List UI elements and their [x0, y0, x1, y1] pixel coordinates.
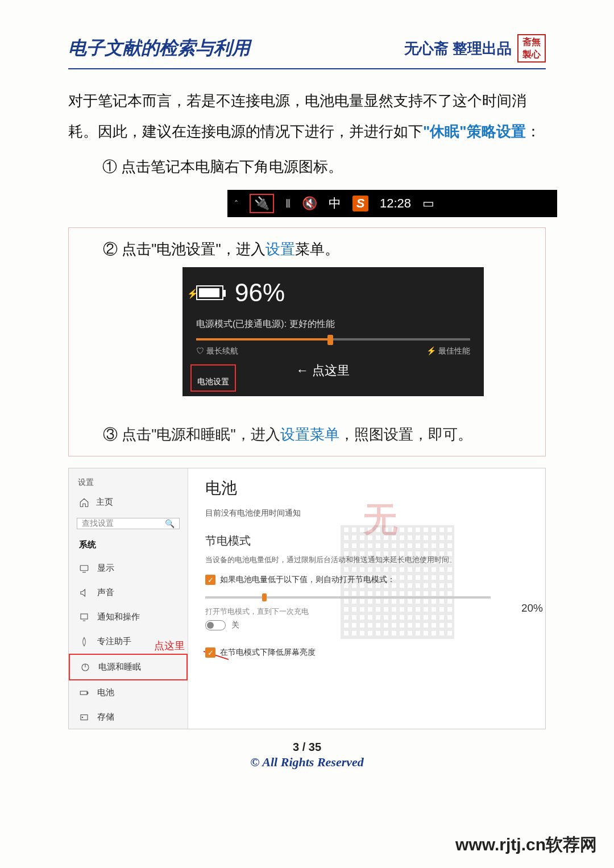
- sidebar-item-notifications[interactable]: 通知和操作: [69, 605, 188, 629]
- sidebar-item-home[interactable]: 主页: [69, 490, 188, 514]
- notification-icon: [79, 612, 89, 622]
- document-header: 电子文献的检索与利用 无心斋 整理出品 斋無 製心: [68, 34, 546, 69]
- threshold-slider[interactable]: [205, 596, 491, 599]
- sidebar-item-battery[interactable]: 电池: [69, 680, 188, 705]
- copyright-line: © All Rights Reserved: [68, 755, 546, 770]
- slider-left-label: ♡ 最长续航: [196, 346, 238, 356]
- power-mode-slider[interactable]: [196, 338, 470, 340]
- checkbox-checked-icon[interactable]: ✓: [205, 575, 215, 585]
- sidebar-group-system: 系统: [69, 537, 188, 553]
- storage-icon: [79, 712, 89, 722]
- slider-thumb[interactable]: [327, 335, 333, 345]
- svg-rect-0: [80, 565, 88, 570]
- wifi-icon: ⦀: [285, 196, 291, 211]
- step-1: ① 点击笔记本电脑右下角电源图标。: [102, 152, 546, 181]
- step-2: ② 点击"电池设置"，进入设置菜单。: [103, 239, 528, 259]
- focus-icon: [79, 637, 89, 647]
- lightning-icon: ⚡: [426, 346, 436, 355]
- doc-title: 电子文献的检索与利用: [68, 36, 250, 61]
- svg-rect-4: [87, 692, 88, 693]
- step-3: ③ 点击"电源和睡眠"，进入设置菜单，照图设置，即可。: [103, 425, 528, 445]
- settings-sidebar: 设置 主页 查找设置 🔍 系统 显示 声音 通知和操作: [69, 468, 188, 729]
- settings-window-title: 设置: [69, 475, 188, 490]
- doc-author: 无心斋 整理出品: [404, 39, 512, 59]
- power-icon: [80, 662, 90, 672]
- battery-flyout-screenshot: ⚡ 96% 电源模式(已接通电源): 更好的性能 ♡ 最长续航 ⚡ 最佳性能 电…: [182, 267, 484, 396]
- mute-icon: 🔇: [302, 196, 317, 211]
- sidebar-item-storage[interactable]: 存储: [69, 705, 188, 729]
- svg-rect-1: [81, 614, 88, 619]
- battery-tray-icon[interactable]: 🔌: [250, 194, 274, 213]
- figure-box-1: ② 点击"电池设置"，进入设置菜单。 ⚡ 96% 电源模式(已接通电源): 更好…: [68, 227, 546, 456]
- sound-icon: [79, 588, 89, 598]
- site-watermark: www.rjtj.cn软荐网: [455, 833, 597, 857]
- ime-icon: 中: [329, 195, 341, 212]
- toggle-off-icon[interactable]: [205, 620, 226, 630]
- battery-notice-text: 目前没有电池使用时间通知: [205, 508, 529, 518]
- taskbar-screenshot: ˄ 🔌 ⦀ 🔇 中 S 12:28 ▭: [227, 190, 557, 217]
- click-here-red-annotation: 点这里: [154, 639, 185, 653]
- qr-watermark: [341, 525, 454, 639]
- intro-paragraph: 对于笔记本而言，若是不连接电源，电池电量显然支持不了这个时间消耗。因此，建议在连…: [68, 85, 546, 147]
- power-mode-label: 电源模式(已接通电源): 更好的性能: [196, 318, 470, 330]
- settings-search-input[interactable]: 查找设置 🔍: [77, 518, 180, 529]
- click-here-annotation: ← 点这里: [296, 362, 350, 379]
- slider-right-label: ⚡ 最佳性能: [426, 346, 470, 356]
- plug-icon: 🔌: [254, 196, 269, 210]
- action-center-icon: ▭: [422, 196, 434, 211]
- chevron-up-icon: ˄: [234, 199, 238, 208]
- svg-rect-3: [80, 691, 87, 695]
- page-footer: 3 / 35 © All Rights Reserved: [68, 741, 546, 770]
- seal-stamp: 斋無 製心: [517, 34, 546, 63]
- home-icon: [79, 497, 89, 508]
- settings-content: 无 电池 目前没有电池使用时间通知 节电模式 当设备的电池电量低时，通过限制后台…: [188, 468, 545, 729]
- doc-subtitle: 无心斋 整理出品 斋無 製心: [404, 34, 546, 63]
- taskbar-clock: 12:28: [380, 196, 411, 211]
- sogou-icon: S: [352, 196, 368, 211]
- settings-window-screenshot: 设置 主页 查找设置 🔍 系统 显示 声音 通知和操作: [68, 468, 546, 729]
- page-number: 3 / 35: [68, 741, 546, 754]
- checkbox-checked-icon[interactable]: ✓: [205, 647, 215, 658]
- battery-percent: 96%: [235, 279, 285, 307]
- sidebar-item-power-sleep[interactable]: 电源和睡眠: [69, 654, 188, 680]
- lower-brightness-checkbox-row[interactable]: ✓ 在节电模式下降低屏幕亮度: [205, 647, 529, 658]
- battery-icon: ⚡: [196, 285, 223, 300]
- threshold-value: 20%: [521, 602, 543, 614]
- svg-point-6: [82, 717, 83, 718]
- charging-plug-icon: ⚡: [187, 288, 198, 299]
- battery-settings-button[interactable]: 电池设置: [190, 364, 236, 392]
- battery-sidebar-icon: [79, 688, 89, 698]
- settings-page-title: 电池: [205, 477, 529, 499]
- threshold-slider-thumb[interactable]: [262, 593, 267, 601]
- display-icon: [79, 563, 89, 574]
- leaf-icon: ♡: [196, 346, 204, 355]
- sidebar-item-display[interactable]: 显示: [69, 556, 188, 580]
- search-placeholder: 查找设置: [82, 518, 114, 529]
- sidebar-item-sound[interactable]: 声音: [69, 580, 188, 605]
- search-icon: 🔍: [165, 519, 175, 528]
